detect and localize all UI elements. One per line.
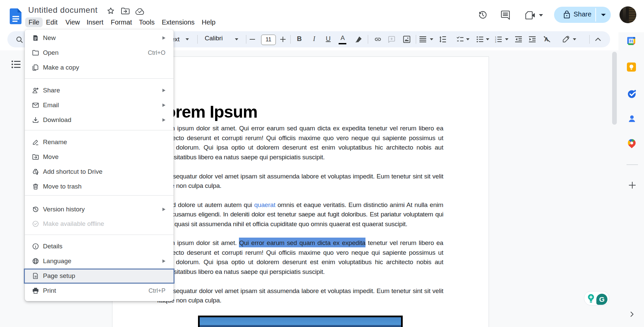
svg-text:31: 31 [629,39,633,43]
svg-text:2: 2 [495,38,496,41]
svg-text:3: 3 [495,41,496,43]
